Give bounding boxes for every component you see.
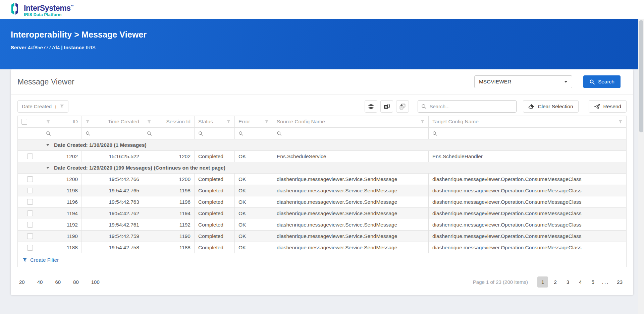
row-checkbox[interactable] [27, 188, 33, 193]
collapse-group-icon[interactable] [46, 144, 49, 146]
cell-id: 1200 [42, 174, 82, 185]
cell-source: diashenrique.messageviewer.Service.SendM… [273, 219, 429, 230]
namespace-select[interactable]: MSGVIEWER [474, 75, 572, 88]
collapse-all-icon [368, 104, 374, 109]
page-size-option[interactable]: 60 [53, 277, 62, 287]
cell-status: Completed [195, 242, 235, 253]
column-header-id[interactable]: ID [42, 116, 82, 127]
page-button[interactable]: 3 [562, 276, 573, 288]
filter-cell-source[interactable] [273, 128, 429, 139]
page-size-option[interactable]: 40 [36, 277, 45, 287]
select-all-header-cell[interactable] [18, 116, 42, 127]
page-button[interactable]: 5 [587, 276, 598, 288]
browser-viewport: InterSystems™ IRIS Data Platform Interop… [0, 0, 644, 314]
page-button[interactable]: 2 [550, 276, 560, 288]
filter-input-time[interactable] [93, 131, 139, 136]
message-row[interactable]: 120215:16:25.5221202CompletedOKEns.Sched… [18, 151, 626, 162]
message-row[interactable]: 119019:54:42.7591190CompletedOKdiashenri… [18, 231, 626, 242]
message-row[interactable]: 120019:54:42.7661200CompletedOKdiashenri… [18, 174, 626, 185]
filter-input-session[interactable] [155, 131, 191, 136]
filter-input-error[interactable] [246, 131, 269, 136]
filter-cell-status[interactable] [195, 128, 235, 139]
filter-icon[interactable] [420, 120, 425, 124]
cell-error: OK [235, 208, 273, 219]
page-button[interactable]: 4 [575, 276, 586, 288]
column-header-time[interactable]: Time Created [82, 116, 143, 127]
cell-session: 1194 [143, 208, 195, 219]
filter-input-status[interactable] [206, 131, 231, 136]
message-row[interactable]: 119419:54:42.7621194CompletedOKdiashenri… [18, 208, 626, 219]
row-checkbox[interactable] [27, 210, 33, 216]
sort-chip-date-created[interactable]: Date Created ↑ [17, 100, 68, 113]
collapse-all-button[interactable] [365, 100, 377, 113]
grid-search-input[interactable] [429, 104, 513, 109]
row-checkbox[interactable] [27, 176, 33, 182]
filter-icon[interactable] [46, 120, 50, 124]
export-excel-icon [384, 104, 390, 110]
filter-icon[interactable] [226, 120, 231, 124]
group-row[interactable]: Date Created: 1/29/2020 (199 Messages) (… [18, 162, 626, 174]
row-checkbox[interactable] [27, 245, 33, 251]
column-header-target[interactable]: Target Config Name [429, 116, 626, 127]
cell-target: diashenrique.messageviewer.Operation.Con… [429, 219, 626, 230]
filter-cell-error[interactable] [235, 128, 273, 139]
breadcrumb[interactable]: Interoperability > Message Viewer [11, 30, 644, 40]
cell-time: 19:54:42.759 [82, 231, 143, 242]
column-header-error[interactable]: Error [235, 116, 273, 127]
cell-error: OK [235, 151, 273, 162]
vertical-scrollbar[interactable] [638, 19, 644, 314]
cell-source: diashenrique.messageviewer.Service.SendM… [273, 185, 429, 196]
search-button[interactable]: Search [583, 75, 621, 88]
page-numbers: 12345...23 [537, 276, 627, 288]
message-row[interactable]: 119619:54:42.7631196CompletedOKdiashenri… [18, 196, 626, 208]
column-header-status[interactable]: Status [195, 116, 235, 127]
filter-cell-time[interactable] [82, 128, 143, 139]
filter-icon [60, 104, 64, 109]
page-button[interactable]: 23 [613, 276, 627, 288]
group-row[interactable]: Date Created: 1/30/2020 (1 Messages) [18, 139, 626, 151]
cell-error: OK [235, 185, 273, 196]
filter-icon[interactable] [86, 120, 90, 124]
intersystems-logo-icon [11, 2, 21, 15]
cell-source: Ens.ScheduleService [273, 151, 429, 162]
row-checkbox-cell [18, 208, 42, 219]
page-button[interactable]: 1 [537, 276, 548, 288]
page-size-option[interactable]: 80 [71, 277, 80, 287]
clear-selection-button[interactable]: Clear Selection [523, 100, 578, 113]
filter-cell-target[interactable] [429, 128, 626, 139]
export-excel-button[interactable] [380, 100, 393, 113]
cell-error: OK [235, 231, 273, 242]
cell-status: Completed [195, 231, 235, 242]
filter-input-id[interactable] [54, 131, 78, 136]
row-checkbox[interactable] [27, 222, 33, 228]
filter-icon[interactable] [265, 120, 269, 124]
search-icon [198, 131, 203, 136]
row-checkbox[interactable] [27, 153, 33, 159]
row-checkbox[interactable] [27, 233, 33, 239]
scrollbar-thumb[interactable] [639, 20, 643, 132]
filter-icon[interactable] [618, 120, 623, 124]
select-all-checkbox[interactable] [21, 119, 27, 125]
cell-source: diashenrique.messageviewer.Service.SendM… [273, 174, 429, 185]
resend-button[interactable]: Resend [589, 100, 627, 113]
message-row[interactable]: 119219:54:42.7611192CompletedOKdiashenri… [18, 219, 626, 231]
row-checkbox[interactable] [27, 199, 33, 205]
column-header-session[interactable]: Session Id [143, 116, 195, 127]
row-checkbox-cell [18, 185, 42, 196]
message-row[interactable]: 118819:54:42.7581188CompletedOKdiashenri… [18, 242, 626, 253]
page-size-option[interactable]: 100 [90, 277, 101, 287]
page-size-option[interactable]: 20 [17, 277, 26, 287]
column-chooser-button[interactable] [396, 100, 409, 113]
cell-session: 1192 [143, 219, 195, 230]
filter-cell-id[interactable] [42, 128, 82, 139]
column-header-source[interactable]: Source Config Name [273, 116, 429, 127]
filter-icon[interactable] [147, 120, 151, 124]
filter-input-target[interactable] [440, 131, 623, 136]
cell-target: diashenrique.messageviewer.Operation.Con… [429, 174, 626, 185]
message-row[interactable]: 119819:54:42.7651198CompletedOKdiashenri… [18, 185, 626, 196]
create-filter-button[interactable]: Create Filter [18, 253, 626, 267]
intersystems-logo[interactable]: InterSystems™ IRIS Data Platform [11, 2, 73, 17]
filter-cell-session[interactable] [143, 128, 195, 139]
filter-input-source[interactable] [284, 131, 425, 136]
collapse-group-icon[interactable] [46, 167, 49, 169]
